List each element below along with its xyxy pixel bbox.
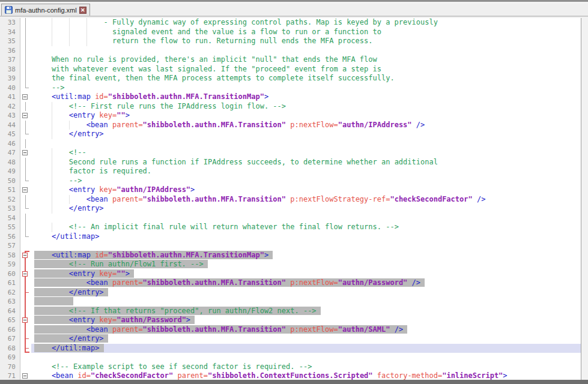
code-token: <!-- First rule runs the IPAddress login… [69, 102, 286, 110]
code-token: signaled event and the value is a flow t… [112, 28, 381, 36]
code-token: parent= [112, 195, 143, 203]
line-number: 34 [0, 28, 20, 37]
fold-collapse-icon[interactable] [22, 317, 28, 323]
code-text[interactable]: return the flow to run. Returning null e… [31, 37, 581, 46]
fold-toggle[interactable] [20, 251, 31, 260]
window-bottom-border [0, 380, 588, 384]
fold-collapse-icon[interactable] [22, 373, 28, 379]
line-number: 61 [0, 278, 20, 288]
fold-gutter [20, 158, 31, 167]
code-text[interactable]: </entry> [31, 288, 581, 298]
fold-line-icon [25, 55, 26, 65]
code-token: > [190, 185, 195, 194]
code-token: parent= [112, 325, 143, 334]
code-line: 41 <util:map id="shibboleth.authn.MFA.Tr… [0, 92, 581, 102]
code-text[interactable] [31, 214, 581, 223]
code-line: 39 the final event, then the MFA process… [0, 74, 581, 83]
code-token: "shibboleth.authn.MFA.Transition" [143, 195, 286, 203]
code-text[interactable] [31, 46, 581, 56]
fold-end-icon [25, 232, 29, 237]
code-text[interactable]: <!-- An implicit final rule will return … [31, 223, 581, 232]
code-text[interactable] [31, 139, 581, 149]
code-text[interactable]: <!-- Example script to see if second fac… [31, 362, 581, 372]
fold-toggle[interactable] [20, 185, 31, 195]
code-text[interactable]: with whatever event was last signaled. I… [31, 65, 581, 74]
code-text[interactable] [31, 297, 581, 307]
code-text[interactable]: <entry key=""> [31, 269, 581, 279]
fold-toggle[interactable] [20, 269, 31, 279]
line-number: 57 [0, 241, 20, 251]
code-text[interactable]: <!-- Run authn/Flow1 first. --> [31, 260, 581, 269]
fold-collapse-icon[interactable] [22, 113, 28, 118]
code-text[interactable]: signaled event and the value is a flow t… [31, 28, 581, 37]
code-text[interactable]: --> [31, 83, 581, 93]
code-token: </util:map> [52, 344, 99, 352]
code-editor[interactable]: 33 - Fully dynamic way of expressing con… [0, 18, 581, 382]
code-text[interactable]: --> [31, 176, 581, 186]
code-token: the final event, then the MFA process at… [52, 74, 395, 82]
tab-mfa-authn-config[interactable]: mfa-authn-config.xml ✕ [1, 4, 90, 16]
code-line: 35 return the flow to run. Returning nul… [0, 37, 581, 46]
fold-gutter [20, 37, 31, 46]
code-token: id= [77, 371, 91, 380]
code-text[interactable]: <bean parent="shibboleth.authn.MFA.Trans… [31, 121, 581, 130]
code-text[interactable]: </util:map> [31, 344, 581, 353]
code-text[interactable]: factor is required. [31, 167, 581, 176]
code-text[interactable]: </entry> [31, 130, 581, 139]
code-text[interactable]: <util:map id="shibboleth.authn.MFA.Trans… [31, 251, 581, 260]
fold-collapse-icon[interactable] [22, 94, 28, 100]
code-line: 65 <entry key="authn/Password"> [0, 316, 581, 325]
code-token: "authn/Password" [117, 316, 186, 324]
code-text[interactable] [31, 353, 581, 362]
code-text[interactable]: <!-- [31, 148, 581, 158]
code-token: id= [95, 92, 108, 101]
code-text[interactable]: </entry> [31, 204, 581, 214]
code-text[interactable]: </util:map> [31, 232, 581, 242]
line-number: 45 [0, 130, 20, 139]
fold-toggle[interactable] [20, 92, 31, 102]
code-token: parent= [112, 278, 143, 287]
fold-collapse-icon[interactable] [22, 150, 28, 155]
code-line: 56 </util:map> [0, 232, 581, 242]
code-text[interactable]: - Fully dynamic way of expressing contro… [31, 18, 581, 28]
fold-toggle[interactable] [20, 316, 31, 325]
fold-collapse-icon[interactable] [22, 271, 28, 277]
fold-line-icon [25, 139, 26, 149]
code-text[interactable]: <!-- If that returns "proceed", run auth… [31, 307, 581, 316]
line-number: 68 [0, 344, 20, 353]
code-text[interactable]: <bean parent="shibboleth.authn.MFA.Trans… [31, 195, 581, 205]
fold-collapse-icon[interactable] [22, 253, 28, 258]
code-text[interactable]: <bean parent="shibboleth.authn.MFA.Trans… [31, 325, 581, 335]
fold-toggle[interactable] [20, 148, 31, 158]
code-text[interactable]: <entry key="authn/Password"> [31, 316, 581, 325]
selected-text: <bean parent="shibboleth.authn.MFA.Trans… [34, 278, 425, 287]
code-text[interactable]: <bean parent="shibboleth.authn.MFA.Trans… [31, 278, 581, 288]
selected-text: </entry> [34, 288, 108, 296]
line-number: 62 [0, 288, 20, 298]
code-token: <!-- Example script to see if second fac… [52, 362, 312, 371]
fold-toggle[interactable] [20, 111, 31, 121]
code-text[interactable]: <util:map id="shibboleth.authn.MFA.Trans… [31, 92, 581, 102]
code-text[interactable]: </entry> [31, 334, 581, 344]
code-text[interactable]: Second rule runs a function if IPAddress… [31, 158, 581, 167]
code-text[interactable]: <!-- First rule runs the IPAddress login… [31, 102, 581, 112]
code-text[interactable]: <entry key=""> [31, 111, 581, 121]
code-line: 37 When no rule is provided, there's an … [0, 55, 581, 65]
code-text[interactable]: <entry key="authn/IPAddress"> [31, 185, 581, 195]
fold-end-icon [25, 334, 29, 339]
fold-gutter [20, 362, 31, 372]
code-text[interactable]: the final event, then the MFA process at… [31, 74, 581, 83]
close-icon[interactable]: ✕ [79, 7, 86, 14]
code-token: /> [407, 278, 420, 287]
fold-line-icon [25, 28, 26, 37]
fold-end-icon [25, 288, 29, 293]
line-number: 48 [0, 158, 20, 167]
fold-gutter [20, 65, 31, 74]
line-number: 67 [0, 334, 20, 344]
fold-gutter [20, 74, 31, 83]
code-text[interactable]: When no rule is provided, there's an imp… [31, 55, 581, 65]
code-line: 34 signaled event and the value is a flo… [0, 28, 581, 37]
fold-collapse-icon[interactable] [22, 187, 28, 193]
code-text[interactable] [31, 241, 581, 251]
line-number: 52 [0, 195, 20, 205]
